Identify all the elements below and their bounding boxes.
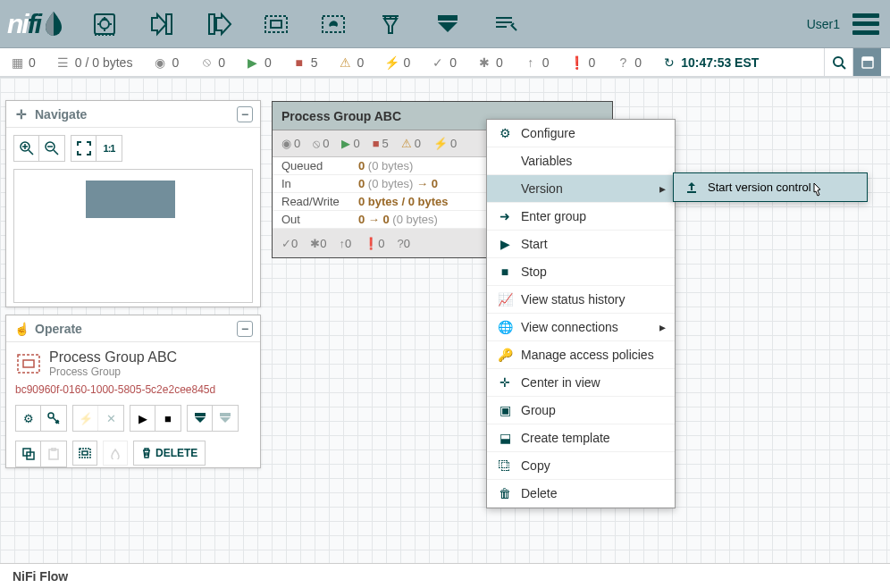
copy-icon: ⿻ xyxy=(498,458,512,473)
ctx-create-template[interactable]: ⬓Create template xyxy=(487,424,675,452)
svg-rect-1 xyxy=(166,14,172,34)
ctx-variables[interactable]: Variables xyxy=(487,147,675,175)
birdseye-view[interactable] xyxy=(13,169,253,303)
ctx-group[interactable]: ▣Group xyxy=(487,397,675,424)
top-toolbar: nifi User1 xyxy=(0,0,890,48)
group-button[interactable] xyxy=(72,441,97,466)
status-mod-stale: ❗0 xyxy=(569,55,596,71)
breadcrumb-bar: NiFi Flow xyxy=(0,563,890,588)
svg-rect-2 xyxy=(209,14,214,34)
globe-icon: 🌐 xyxy=(498,320,512,334)
process-group-icon xyxy=(15,350,42,377)
chevron-right-icon: ▸ xyxy=(659,320,666,334)
ctx-stop[interactable]: ■Stop xyxy=(487,258,675,286)
process-group-tool-icon[interactable] xyxy=(256,7,296,41)
svg-rect-9 xyxy=(862,57,873,61)
status-active-threads: ▦0 xyxy=(9,55,36,71)
zoom-actual-button[interactable]: 1:1 xyxy=(97,136,122,161)
collapse-operate-button[interactable]: − xyxy=(237,321,253,337)
trash-icon: 🗑 xyxy=(498,486,512,500)
status-running: ▶0 xyxy=(245,55,272,71)
enable-button: ⚡ xyxy=(73,406,98,431)
status-last-refresh: ↻10:47:53 EST xyxy=(661,55,759,71)
ctx-status-history[interactable]: 📈View status history xyxy=(487,286,675,314)
copy-button[interactable] xyxy=(16,441,41,466)
stop-button[interactable]: ■ xyxy=(155,406,181,431)
status-transmitting: ◉0 xyxy=(152,55,179,71)
group-icon: ▣ xyxy=(498,403,512,417)
ctx-configure[interactable]: ⚙Configure xyxy=(487,120,675,147)
svg-rect-13 xyxy=(23,360,34,367)
status-locally-modified: ✱0 xyxy=(476,55,503,71)
zoom-in-button[interactable] xyxy=(14,136,39,161)
menu-icon[interactable] xyxy=(852,13,879,35)
delete-button[interactable]: DELETE xyxy=(133,441,206,466)
ctx-enter-group[interactable]: ➜Enter group xyxy=(487,203,675,231)
play-icon: ▶ xyxy=(498,237,512,251)
paste-button xyxy=(41,441,66,466)
chart-icon: 📈 xyxy=(498,292,512,307)
status-not-transmitting: ⦸0 xyxy=(198,55,225,71)
zoom-fit-button[interactable] xyxy=(71,136,97,161)
ctx-access-policies[interactable]: 🔑Manage access policies xyxy=(487,341,675,369)
label-tool-icon[interactable] xyxy=(485,7,525,41)
remote-pg-tool-icon[interactable] xyxy=(314,7,353,41)
upload-icon xyxy=(684,181,699,195)
hand-icon: ☝ xyxy=(13,321,29,337)
navigate-panel: ✛ Navigate − 1:1 xyxy=(5,100,261,307)
svg-rect-21 xyxy=(80,449,90,458)
ctx-start[interactable]: ▶Start xyxy=(487,231,675,258)
operate-component-name: Process Group ABC xyxy=(49,349,177,365)
operate-title: Operate xyxy=(35,322,82,336)
birdseye-component xyxy=(86,181,175,218)
ctx-center[interactable]: ✛Center in view xyxy=(487,369,675,397)
upload-template-button xyxy=(213,406,238,431)
bulletin-button[interactable] xyxy=(852,48,881,76)
zoom-out-button[interactable] xyxy=(39,136,64,161)
operate-panel: ☝ Operate − Process Group ABC Process Gr… xyxy=(5,315,261,468)
context-menu: ⚙Configure Variables Version▸ ➜Enter gro… xyxy=(486,119,676,508)
crosshair-icon: ✛ xyxy=(13,106,29,122)
center-icon: ✛ xyxy=(498,375,512,390)
ctx-start-version-control[interactable]: Start version control xyxy=(674,173,867,201)
svg-rect-4 xyxy=(271,21,281,28)
access-policies-button[interactable] xyxy=(41,406,66,431)
status-sync-failure: ?0 xyxy=(615,55,642,71)
version-submenu: Start version control xyxy=(673,172,868,202)
ctx-view-connections[interactable]: 🌐View connections▸ xyxy=(487,314,675,341)
color-button xyxy=(103,441,128,466)
template-tool-icon[interactable] xyxy=(428,7,467,41)
funnel-tool-icon[interactable] xyxy=(371,7,410,41)
ctx-copy[interactable]: ⿻Copy xyxy=(487,452,675,480)
enter-icon: ➜ xyxy=(498,209,512,223)
gear-icon: ⚙ xyxy=(498,126,512,140)
input-port-tool-icon[interactable] xyxy=(142,7,181,41)
configure-button[interactable]: ⚙ xyxy=(16,406,41,431)
svg-rect-22 xyxy=(82,451,88,455)
ctx-version[interactable]: Version▸ xyxy=(487,175,675,203)
operate-uuid: bc90960f-0160-1000-5805-5c2e2cee845d xyxy=(15,383,251,396)
status-bar: ▦0 ☰0 / 0 bytes ◉0 ⦸0 ▶0 ■5 ⚠0 ⚡0 ✓0 ✱0 … xyxy=(0,48,890,78)
svg-point-7 xyxy=(834,57,843,66)
status-queued: ☰0 / 0 bytes xyxy=(55,55,133,71)
status-disabled: ⚡0 xyxy=(383,55,410,71)
ctx-delete[interactable]: 🗑Delete xyxy=(487,480,675,508)
operate-component-type: Process Group xyxy=(49,365,177,378)
status-stale: ↑0 xyxy=(523,55,550,71)
processor-tool-icon[interactable] xyxy=(85,7,124,41)
collapse-navigate-button[interactable]: − xyxy=(237,106,253,122)
template-icon: ⬓ xyxy=(498,431,512,445)
svg-rect-6 xyxy=(438,15,458,21)
disable-button: ✕ xyxy=(98,406,123,431)
svg-rect-15 xyxy=(195,413,206,416)
svg-rect-16 xyxy=(220,413,231,416)
svg-rect-12 xyxy=(18,355,39,373)
chevron-right-icon: ▸ xyxy=(659,181,666,196)
svg-rect-3 xyxy=(265,16,287,32)
search-button[interactable] xyxy=(824,48,852,76)
status-stopped: ■5 xyxy=(291,55,318,71)
create-template-button[interactable] xyxy=(188,406,213,431)
start-button[interactable]: ▶ xyxy=(130,406,155,431)
output-port-tool-icon[interactable] xyxy=(199,7,239,41)
breadcrumb-root[interactable]: NiFi Flow xyxy=(13,569,68,584)
